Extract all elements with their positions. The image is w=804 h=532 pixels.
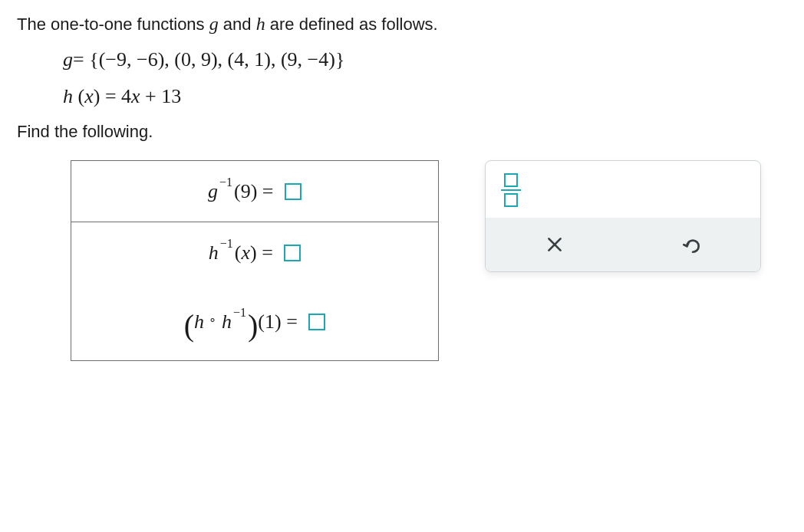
equals: = — [262, 180, 274, 203]
g-base: g — [208, 180, 218, 203]
answer-row-g-inverse: g −1 (9) = — [71, 161, 438, 222]
big-paren-close: ) — [248, 307, 258, 343]
g-definition: g= {(−9, −6), (0, 9), (4, 1), (9, −4)} — [63, 48, 787, 71]
g-exp: −1 — [219, 176, 232, 189]
inner-exp: −1 — [233, 306, 246, 320]
h-exp: −1 — [220, 237, 233, 251]
tool-panel-top — [486, 161, 760, 218]
tool-panel-bottom — [486, 218, 760, 271]
g-arg: 9 — [241, 180, 251, 203]
fraction-button[interactable] — [501, 173, 521, 207]
tool-panel — [485, 160, 761, 272]
fraction-bottom-box-icon — [504, 193, 518, 207]
h-definition: h (x) = 4x + 13 — [63, 85, 787, 108]
find-prompt: Find the following. — [17, 122, 787, 142]
answer-input-2[interactable] — [284, 245, 301, 261]
clear-button[interactable] — [486, 218, 623, 271]
equals: = — [286, 310, 298, 333]
equals: = — [262, 241, 273, 264]
fraction-bar-icon — [501, 189, 521, 191]
inner-h: h — [222, 310, 232, 333]
undo-icon — [682, 235, 702, 255]
h-arg: x — [241, 241, 250, 264]
fraction-top-box-icon — [504, 173, 518, 187]
paren-close: ) — [275, 310, 282, 333]
circ-operator: ∘ — [209, 313, 216, 327]
answer-table: g −1 (9) = h −1 (x) = ( h ∘ h −1 ) (1) = — [71, 160, 439, 361]
answer-input-3[interactable] — [308, 314, 325, 330]
paren-open: ( — [258, 310, 265, 333]
paren-close: ) — [251, 180, 258, 203]
composite-arg: 1 — [265, 310, 275, 333]
big-paren-open: ( — [184, 307, 194, 343]
close-icon — [545, 235, 565, 255]
paren-close: ) — [250, 241, 257, 264]
answer-input-1[interactable] — [285, 183, 302, 200]
answer-row-composite: ( h ∘ h −1 ) (1) = — [71, 284, 438, 360]
intro-text: The one-to-one functions g and h are def… — [17, 14, 787, 34]
undo-button[interactable] — [623, 218, 760, 271]
h-base: h — [209, 241, 219, 264]
outer-h: h — [194, 310, 204, 333]
paren-open: ( — [234, 180, 241, 203]
answer-row-h-inverse: h −1 (x) = — [71, 222, 438, 284]
